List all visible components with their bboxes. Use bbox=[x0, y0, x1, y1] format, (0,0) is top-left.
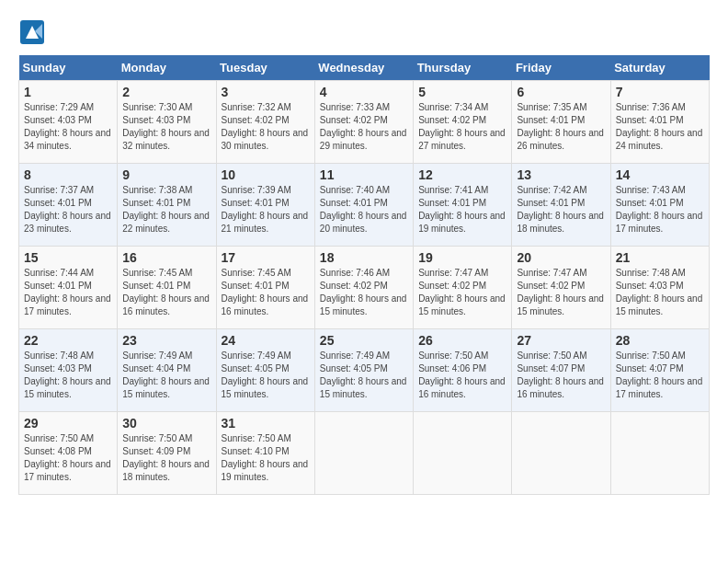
calendar-cell: 25Sunrise: 7:49 AMSunset: 4:05 PMDayligh… bbox=[314, 329, 413, 412]
day-number: 6 bbox=[517, 85, 605, 99]
calendar-cell: 7Sunrise: 7:36 AMSunset: 4:01 PMDaylight… bbox=[610, 81, 709, 164]
header-thursday: Thursday bbox=[414, 55, 512, 81]
day-info: Sunrise: 7:29 AMSunset: 4:03 PMDaylight:… bbox=[24, 101, 112, 153]
day-number: 24 bbox=[222, 333, 310, 348]
day-info: Sunrise: 7:47 AMSunset: 4:02 PMDaylight:… bbox=[418, 267, 506, 318]
day-info: Sunrise: 7:37 AMSunset: 4:01 PMDaylight:… bbox=[24, 184, 112, 236]
calendar-cell: 17Sunrise: 7:45 AMSunset: 4:01 PMDayligh… bbox=[216, 247, 314, 329]
calendar-cell bbox=[314, 412, 413, 495]
day-number: 7 bbox=[616, 85, 704, 99]
calendar-cell: 21Sunrise: 7:48 AMSunset: 4:03 PMDayligh… bbox=[610, 247, 709, 329]
day-info: Sunrise: 7:50 AMSunset: 4:09 PMDaylight:… bbox=[122, 432, 210, 484]
day-number: 22 bbox=[24, 333, 112, 348]
day-info: Sunrise: 7:50 AMSunset: 4:07 PMDaylight:… bbox=[616, 350, 704, 401]
calendar-cell: 14Sunrise: 7:43 AMSunset: 4:01 PMDayligh… bbox=[610, 164, 709, 247]
day-info: Sunrise: 7:41 AMSunset: 4:01 PMDaylight:… bbox=[418, 184, 506, 236]
calendar-cell bbox=[512, 412, 610, 495]
calendar-table: SundayMondayTuesdayWednesdayThursdayFrid… bbox=[18, 55, 710, 495]
day-number: 2 bbox=[122, 85, 210, 99]
day-info: Sunrise: 7:42 AMSunset: 4:01 PMDaylight:… bbox=[517, 184, 605, 236]
calendar-cell: 2Sunrise: 7:30 AMSunset: 4:03 PMDaylight… bbox=[118, 81, 216, 164]
day-info: Sunrise: 7:50 AMSunset: 4:08 PMDaylight:… bbox=[24, 432, 112, 484]
day-info: Sunrise: 7:50 AMSunset: 4:07 PMDaylight:… bbox=[517, 350, 605, 401]
day-info: Sunrise: 7:47 AMSunset: 4:02 PMDaylight:… bbox=[517, 267, 605, 318]
day-info: Sunrise: 7:33 AMSunset: 4:02 PMDaylight:… bbox=[320, 101, 408, 153]
day-info: Sunrise: 7:43 AMSunset: 4:01 PMDaylight:… bbox=[616, 184, 704, 236]
calendar-header-row: SundayMondayTuesdayWednesdayThursdayFrid… bbox=[19, 55, 710, 81]
day-info: Sunrise: 7:50 AMSunset: 4:10 PMDaylight:… bbox=[222, 432, 310, 484]
day-number: 27 bbox=[517, 333, 605, 348]
calendar-cell: 24Sunrise: 7:49 AMSunset: 4:05 PMDayligh… bbox=[216, 329, 314, 412]
day-number: 21 bbox=[616, 250, 704, 265]
day-number: 19 bbox=[418, 250, 506, 265]
calendar-cell: 26Sunrise: 7:50 AMSunset: 4:06 PMDayligh… bbox=[414, 329, 512, 412]
day-info: Sunrise: 7:30 AMSunset: 4:03 PMDaylight:… bbox=[122, 101, 210, 153]
day-number: 14 bbox=[616, 167, 704, 182]
day-number: 30 bbox=[122, 416, 210, 431]
day-number: 8 bbox=[24, 167, 112, 182]
day-number: 15 bbox=[24, 250, 112, 265]
calendar-cell: 3Sunrise: 7:32 AMSunset: 4:02 PMDaylight… bbox=[216, 81, 314, 164]
day-number: 31 bbox=[222, 416, 310, 431]
logo-icon bbox=[18, 18, 46, 46]
day-number: 11 bbox=[320, 167, 408, 182]
day-info: Sunrise: 7:49 AMSunset: 4:05 PMDaylight:… bbox=[222, 350, 310, 401]
calendar-cell: 27Sunrise: 7:50 AMSunset: 4:07 PMDayligh… bbox=[512, 329, 610, 412]
calendar-cell: 8Sunrise: 7:37 AMSunset: 4:01 PMDaylight… bbox=[19, 164, 118, 247]
calendar-cell: 30Sunrise: 7:50 AMSunset: 4:09 PMDayligh… bbox=[118, 412, 216, 495]
header-sunday: Sunday bbox=[19, 55, 118, 81]
calendar-cell bbox=[610, 412, 709, 495]
calendar-cell: 23Sunrise: 7:49 AMSunset: 4:04 PMDayligh… bbox=[118, 329, 216, 412]
header-monday: Monday bbox=[118, 55, 216, 81]
day-number: 12 bbox=[418, 167, 506, 182]
day-number: 16 bbox=[122, 250, 210, 265]
day-info: Sunrise: 7:38 AMSunset: 4:01 PMDaylight:… bbox=[122, 184, 210, 236]
calendar-cell: 28Sunrise: 7:50 AMSunset: 4:07 PMDayligh… bbox=[610, 329, 709, 412]
day-number: 29 bbox=[24, 416, 112, 431]
day-number: 9 bbox=[122, 167, 210, 182]
day-number: 10 bbox=[222, 167, 310, 182]
day-number: 13 bbox=[517, 167, 605, 182]
calendar-cell: 6Sunrise: 7:35 AMSunset: 4:01 PMDaylight… bbox=[512, 81, 610, 164]
calendar-cell: 9Sunrise: 7:38 AMSunset: 4:01 PMDaylight… bbox=[118, 164, 216, 247]
day-info: Sunrise: 7:34 AMSunset: 4:02 PMDaylight:… bbox=[418, 101, 506, 153]
day-info: Sunrise: 7:35 AMSunset: 4:01 PMDaylight:… bbox=[517, 101, 605, 153]
day-number: 20 bbox=[517, 250, 605, 265]
calendar-cell: 10Sunrise: 7:39 AMSunset: 4:01 PMDayligh… bbox=[216, 164, 314, 247]
calendar-week-row: 22Sunrise: 7:48 AMSunset: 4:03 PMDayligh… bbox=[19, 329, 710, 412]
calendar-cell: 31Sunrise: 7:50 AMSunset: 4:10 PMDayligh… bbox=[216, 412, 314, 495]
calendar-week-row: 1Sunrise: 7:29 AMSunset: 4:03 PMDaylight… bbox=[19, 81, 710, 164]
calendar-cell: 11Sunrise: 7:40 AMSunset: 4:01 PMDayligh… bbox=[314, 164, 413, 247]
day-number: 17 bbox=[222, 250, 310, 265]
day-number: 26 bbox=[418, 333, 506, 348]
calendar-cell: 22Sunrise: 7:48 AMSunset: 4:03 PMDayligh… bbox=[19, 329, 118, 412]
calendar-cell: 13Sunrise: 7:42 AMSunset: 4:01 PMDayligh… bbox=[512, 164, 610, 247]
day-info: Sunrise: 7:40 AMSunset: 4:01 PMDaylight:… bbox=[320, 184, 408, 236]
calendar-cell: 4Sunrise: 7:33 AMSunset: 4:02 PMDaylight… bbox=[314, 81, 413, 164]
day-info: Sunrise: 7:39 AMSunset: 4:01 PMDaylight:… bbox=[222, 184, 310, 236]
header-tuesday: Tuesday bbox=[216, 55, 314, 81]
day-info: Sunrise: 7:49 AMSunset: 4:05 PMDaylight:… bbox=[320, 350, 408, 401]
calendar-cell: 20Sunrise: 7:47 AMSunset: 4:02 PMDayligh… bbox=[512, 247, 610, 329]
calendar-cell: 1Sunrise: 7:29 AMSunset: 4:03 PMDaylight… bbox=[19, 81, 118, 164]
calendar-week-row: 29Sunrise: 7:50 AMSunset: 4:08 PMDayligh… bbox=[19, 412, 710, 495]
day-info: Sunrise: 7:36 AMSunset: 4:01 PMDaylight:… bbox=[616, 101, 704, 153]
day-info: Sunrise: 7:45 AMSunset: 4:01 PMDaylight:… bbox=[222, 267, 310, 318]
day-info: Sunrise: 7:45 AMSunset: 4:01 PMDaylight:… bbox=[122, 267, 210, 318]
day-number: 4 bbox=[320, 85, 408, 99]
day-number: 23 bbox=[122, 333, 210, 348]
calendar-cell: 5Sunrise: 7:34 AMSunset: 4:02 PMDaylight… bbox=[414, 81, 512, 164]
day-number: 3 bbox=[222, 85, 310, 99]
day-info: Sunrise: 7:49 AMSunset: 4:04 PMDaylight:… bbox=[122, 350, 210, 401]
day-info: Sunrise: 7:32 AMSunset: 4:02 PMDaylight:… bbox=[222, 101, 310, 153]
day-info: Sunrise: 7:48 AMSunset: 4:03 PMDaylight:… bbox=[24, 350, 112, 401]
day-info: Sunrise: 7:50 AMSunset: 4:06 PMDaylight:… bbox=[418, 350, 506, 401]
calendar-week-row: 8Sunrise: 7:37 AMSunset: 4:01 PMDaylight… bbox=[19, 164, 710, 247]
day-number: 28 bbox=[616, 333, 704, 348]
header-friday: Friday bbox=[512, 55, 610, 81]
page-header bbox=[18, 18, 710, 46]
calendar-week-row: 15Sunrise: 7:44 AMSunset: 4:01 PMDayligh… bbox=[19, 247, 710, 329]
day-info: Sunrise: 7:48 AMSunset: 4:03 PMDaylight:… bbox=[616, 267, 704, 318]
calendar-cell: 29Sunrise: 7:50 AMSunset: 4:08 PMDayligh… bbox=[19, 412, 118, 495]
day-number: 1 bbox=[24, 85, 112, 99]
